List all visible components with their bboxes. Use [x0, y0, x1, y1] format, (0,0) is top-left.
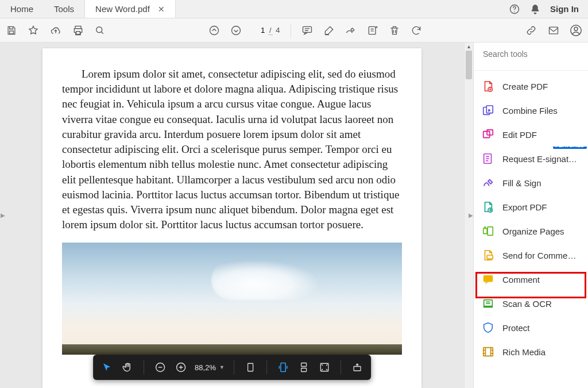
- tool-comment[interactable]: Comment: [474, 267, 588, 291]
- svg-point-5: [96, 26, 102, 32]
- scrollbar-thumb[interactable]: [466, 51, 472, 79]
- cloud-upload-icon[interactable]: [49, 25, 62, 36]
- organize-pages-icon: [482, 225, 494, 237]
- svg-point-6: [210, 26, 219, 34]
- tool-label: Send for Comme…: [502, 251, 576, 260]
- floating-view-toolbar: 88,2% ▼: [93, 355, 371, 380]
- page-number-input[interactable]: [252, 26, 265, 34]
- svg-point-12: [574, 27, 578, 30]
- fit-page-icon[interactable]: [243, 360, 257, 374]
- selection-arrow-icon[interactable]: [100, 360, 114, 374]
- zoom-in-icon[interactable]: [174, 360, 188, 374]
- combine-files-icon: [482, 104, 494, 117]
- zoom-dropdown-icon[interactable]: ▼: [219, 364, 225, 370]
- rich-media-icon: [482, 345, 494, 358]
- tool-label: Request E-signatu…: [502, 154, 580, 164]
- fullscreen-icon[interactable]: [318, 360, 331, 374]
- draw-icon[interactable]: [345, 25, 357, 36]
- search-tools-input[interactable]: [483, 49, 579, 59]
- zoom-icon[interactable]: [94, 25, 106, 36]
- delete-icon[interactable]: [389, 25, 400, 36]
- mail-icon[interactable]: [548, 25, 559, 36]
- tools-list: Create PDF Combine Files Edit PDF FEATUR…: [474, 71, 588, 364]
- svg-rect-33: [483, 306, 493, 308]
- document-image: [62, 243, 402, 355]
- scan-ocr-icon: [482, 297, 494, 310]
- main-toolbar: / 4: [0, 18, 588, 43]
- tab-home[interactable]: Home: [0, 0, 44, 18]
- svg-rect-31: [483, 275, 493, 282]
- tool-label: Combine Files: [502, 106, 558, 116]
- page-indicator: / 4: [252, 26, 280, 34]
- sign-in-button[interactable]: Sign In: [550, 4, 579, 14]
- tool-create-pdf[interactable]: Create PDF: [474, 74, 588, 98]
- tool-rich-media[interactable]: Rich Media: [474, 340, 588, 364]
- main-area: ▶ Lorem ipsum dolor sit amet, consectetu…: [0, 43, 588, 388]
- svg-rect-28: [488, 227, 493, 236]
- svg-point-1: [514, 11, 514, 11]
- page-scroll-icon[interactable]: [297, 360, 311, 374]
- svg-rect-23: [486, 106, 493, 113]
- tool-label: Fill & Sign: [502, 178, 541, 188]
- document-paragraph: Lorem ipsum dolor sit amet, consectetur …: [62, 67, 402, 232]
- expand-left-handle[interactable]: ▶: [0, 207, 6, 224]
- tool-send-comments[interactable]: Send for Comme…: [474, 243, 588, 267]
- page-sep: /: [268, 26, 273, 35]
- zoom-out-icon[interactable]: [153, 360, 167, 374]
- hand-pan-icon[interactable]: [121, 360, 134, 374]
- page-view: Lorem ipsum dolor sit amet, consectetur …: [42, 48, 421, 388]
- read-mode-icon[interactable]: [350, 360, 364, 374]
- page-up-icon[interactable]: [208, 25, 220, 36]
- tool-export-pdf[interactable]: Export PDF: [474, 195, 588, 219]
- fit-width-icon[interactable]: [276, 360, 290, 374]
- tool-label: Scan & OCR: [502, 299, 552, 309]
- print-icon[interactable]: [72, 25, 84, 36]
- stamp-icon[interactable]: [367, 25, 378, 36]
- save-icon[interactable]: [6, 25, 17, 36]
- tab-tools[interactable]: Tools: [44, 0, 84, 18]
- close-tab-icon[interactable]: ✕: [158, 5, 165, 14]
- tool-protect[interactable]: Protect: [474, 316, 588, 340]
- collapse-panel-handle[interactable]: ▶: [468, 207, 474, 224]
- comment-icon[interactable]: [301, 25, 313, 36]
- send-comments-icon: [482, 249, 494, 262]
- tool-label: Organize Pages: [502, 226, 564, 236]
- svg-rect-4: [76, 31, 80, 34]
- page-total: 4: [276, 26, 280, 34]
- tool-fill-sign[interactable]: Fill & Sign: [474, 171, 588, 195]
- highlight-icon[interactable]: [323, 25, 335, 36]
- tool-label: Rich Media: [502, 347, 546, 357]
- page-down-icon[interactable]: [230, 25, 242, 36]
- tool-scan-ocr[interactable]: Scan & OCR: [474, 291, 588, 316]
- tool-combine-files[interactable]: Combine Files: [474, 98, 588, 122]
- tool-edit-pdf[interactable]: Edit PDF: [474, 122, 588, 147]
- account-icon[interactable]: [570, 24, 582, 37]
- rotate-icon[interactable]: [411, 25, 422, 36]
- tool-request-esign[interactable]: FEATURED Request E-signatu…: [474, 147, 588, 171]
- tool-label: Export PDF: [502, 202, 547, 212]
- esign-icon: [482, 152, 494, 165]
- svg-rect-15: [247, 363, 253, 371]
- tool-organize-pages[interactable]: Organize Pages: [474, 219, 588, 243]
- svg-rect-10: [550, 27, 558, 34]
- svg-rect-8: [303, 26, 311, 32]
- svg-rect-17: [301, 363, 306, 367]
- link-icon[interactable]: [525, 25, 537, 36]
- notifications-icon[interactable]: [529, 3, 541, 15]
- tab-home-label: Home: [10, 4, 33, 14]
- fill-sign-icon: [482, 176, 494, 189]
- svg-rect-34: [483, 348, 493, 356]
- tab-document[interactable]: New Word.pdf ✕: [84, 0, 176, 18]
- tools-side-panel: ▶ Create PDF Combine Files Edit PDF FEAT…: [473, 43, 588, 388]
- tool-label: Protect: [502, 323, 530, 333]
- svg-rect-16: [281, 363, 285, 372]
- zoom-level[interactable]: 88,2% ▼: [195, 363, 225, 372]
- tool-label: Comment: [502, 275, 540, 285]
- svg-rect-2: [10, 30, 14, 33]
- help-icon[interactable]: [509, 3, 520, 15]
- scroll-up-arrow-icon[interactable]: ▴: [465, 43, 473, 51]
- star-icon[interactable]: [28, 25, 39, 36]
- tool-label: Create PDF: [502, 82, 548, 91]
- zoom-value: 88,2%: [195, 363, 216, 372]
- svg-rect-18: [301, 368, 306, 372]
